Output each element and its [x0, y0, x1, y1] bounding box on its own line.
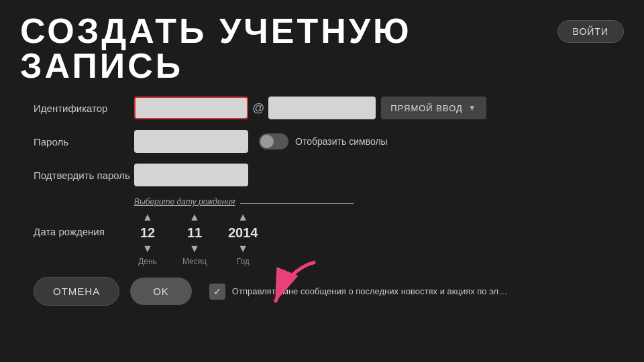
show-symbols-label: Отобразить символы	[295, 136, 388, 147]
identifier-label: Идентификатор	[34, 103, 134, 114]
dob-day-value: 12	[134, 225, 161, 241]
dob-day-label: День	[138, 257, 157, 266]
chevron-down-icon: ▼	[468, 103, 477, 113]
dob-select-link[interactable]: Выберите дату рождения	[134, 197, 235, 206]
password-input[interactable]	[134, 130, 248, 153]
dob-month-value: 11	[181, 225, 208, 241]
dob-day-col: ▲ 12 ▼ День	[134, 212, 161, 266]
dob-year-col: ▲ 2014 ▼ Год	[228, 212, 258, 266]
dob-month-col: ▲ 11 ▼ Месяц	[181, 212, 208, 266]
toggle-knob	[260, 135, 274, 148]
dob-month-label: Месяц	[182, 257, 207, 266]
identifier-row: Идентификатор @ ПРЯМОЙ ВВОД ▼	[34, 97, 624, 119]
dob-year-up[interactable]: ▲	[237, 212, 248, 223]
identifier-input[interactable]	[134, 97, 248, 119]
ok-button[interactable]: OK	[130, 278, 192, 305]
dropdown-label: ПРЯМОЙ ВВОД	[390, 103, 463, 113]
at-sign: @	[252, 101, 264, 115]
domain-input[interactable]	[268, 97, 376, 119]
password-label: Пароль	[34, 136, 134, 147]
cancel-button[interactable]: ОТМЕНА	[34, 277, 119, 306]
dob-year-down[interactable]: ▼	[237, 243, 248, 254]
confirm-password-label: Подтвердить пароль	[34, 170, 134, 181]
confirm-password-row: Подтвердить пароль	[34, 164, 624, 186]
dob-year-label: Год	[237, 257, 250, 266]
input-method-dropdown[interactable]: ПРЯМОЙ ВВОД ▼	[381, 97, 486, 119]
dob-month-up[interactable]: ▲	[189, 212, 200, 223]
newsletter-checkbox[interactable]: ✓	[209, 284, 225, 300]
show-symbols-toggle[interactable]	[259, 133, 288, 149]
dob-year-value: 2014	[228, 225, 258, 241]
header: СОЗДАТЬ УЧЕТНУЮ ЗАПИСЬ ВОЙТИ	[20, 13, 624, 83]
form-area: Идентификатор @ ПРЯМОЙ ВВОД ▼ Пароль Ото…	[34, 97, 624, 266]
dob-month-down[interactable]: ▼	[189, 243, 200, 254]
dob-label: Дата рождения	[34, 226, 134, 237]
dob-day-up[interactable]: ▲	[142, 212, 153, 223]
bottom-bar: ОТМЕНА OK ✓ Отправлять мне сообщения о п…	[34, 277, 624, 306]
login-button[interactable]: ВОЙТИ	[557, 20, 624, 43]
dob-label-row: Дата рождения Выберите дату рождения ▲ 1…	[34, 197, 624, 266]
page: СОЗДАТЬ УЧЕТНУЮ ЗАПИСЬ ВОЙТИ Идентификат…	[0, 0, 644, 362]
newsletter-checkbox-area: ✓ Отправлять мне сообщения о последних н…	[209, 284, 507, 300]
newsletter-text: Отправлять мне сообщения о последних нов…	[232, 286, 507, 296]
checkmark-icon: ✓	[213, 286, 221, 297]
confirm-password-input[interactable]	[134, 164, 248, 186]
page-title: СОЗДАТЬ УЧЕТНУЮ ЗАПИСЬ	[20, 13, 557, 83]
dob-day-down[interactable]: ▼	[142, 243, 153, 254]
password-row: Пароль Отобразить символы	[34, 130, 624, 153]
